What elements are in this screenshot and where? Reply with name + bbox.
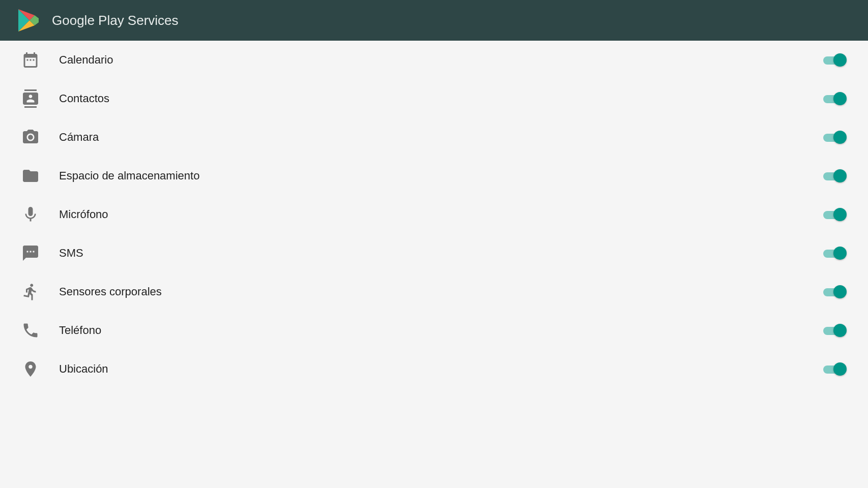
permission-label: Sensores corporales [59, 285, 823, 298]
body-sensors-icon [20, 282, 41, 302]
permission-label: SMS [59, 247, 823, 260]
permission-row-contacts[interactable]: Contactos [0, 79, 868, 118]
location-toggle[interactable] [823, 362, 848, 376]
phone-icon [20, 320, 41, 341]
header-title: Google Play Services [52, 13, 179, 28]
body-sensors-toggle[interactable] [823, 285, 848, 299]
permissions-list: Calendario Contactos Cámara Espacio de a… [0, 41, 868, 388]
contacts-toggle[interactable] [823, 92, 848, 106]
microphone-toggle[interactable] [823, 207, 848, 222]
permission-label: Espacio de almacenamiento [59, 169, 823, 182]
play-services-icon [15, 8, 40, 33]
location-icon [20, 359, 41, 379]
permission-row-location[interactable]: Ubicación [0, 350, 868, 388]
sms-toggle[interactable] [823, 246, 848, 260]
permission-row-microphone[interactable]: Micrófono [0, 195, 868, 234]
permission-row-calendar[interactable]: Calendario [0, 41, 868, 79]
permission-label: Teléfono [59, 324, 823, 337]
permission-label: Ubicación [59, 362, 823, 376]
permission-label: Contactos [59, 92, 823, 105]
permission-row-storage[interactable]: Espacio de almacenamiento [0, 157, 868, 195]
storage-toggle[interactable] [823, 169, 848, 183]
permission-row-sms[interactable]: SMS [0, 234, 868, 272]
folder-icon [20, 166, 41, 186]
camera-icon [20, 127, 41, 147]
camera-toggle[interactable] [823, 130, 848, 144]
contacts-icon [20, 88, 41, 109]
permission-row-body-sensors[interactable]: Sensores corporales [0, 272, 868, 311]
microphone-icon [20, 204, 41, 225]
permission-row-camera[interactable]: Cámara [0, 118, 868, 157]
permission-label: Cámara [59, 131, 823, 144]
permission-label: Calendario [59, 53, 823, 67]
calendar-icon [20, 50, 41, 70]
calendar-toggle[interactable] [823, 53, 848, 67]
phone-toggle[interactable] [823, 323, 848, 338]
permission-row-phone[interactable]: Teléfono [0, 311, 868, 350]
permission-label: Micrófono [59, 208, 823, 221]
sms-icon [20, 243, 41, 263]
app-header: Google Play Services [0, 0, 868, 41]
